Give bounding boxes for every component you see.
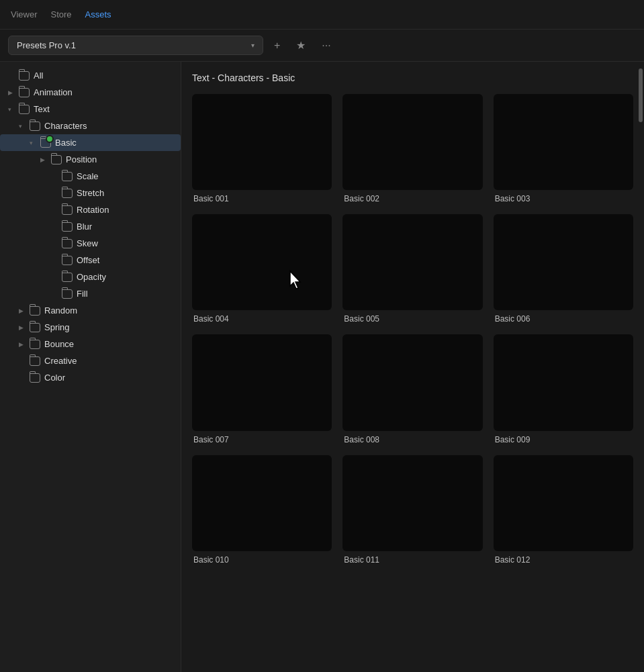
grid-item-basic-004[interactable]: Basic 004 bbox=[192, 214, 332, 324]
sidebar-item-characters[interactable]: ▾ Characters bbox=[0, 117, 181, 134]
folder-icon-offset bbox=[62, 256, 73, 265]
grid-item-label: Basic 008 bbox=[342, 435, 482, 444]
sidebar-label-fill: Fill bbox=[77, 289, 88, 299]
tab-assets[interactable]: Assets bbox=[85, 7, 111, 22]
sidebar-item-all[interactable]: All bbox=[0, 67, 181, 84]
sidebar-label-random: Random bbox=[44, 305, 77, 316]
grid-item-basic-011[interactable]: Basic 011 bbox=[342, 455, 482, 565]
sidebar-item-fill[interactable]: Fill bbox=[0, 285, 181, 302]
grid: Basic 001Basic 002Basic 003Basic 004Basi… bbox=[192, 94, 633, 565]
grid-thumbnail bbox=[342, 334, 482, 430]
sidebar-label-rotation: Rotation bbox=[77, 205, 109, 215]
expand-arrow-text: ▾ bbox=[8, 106, 15, 113]
sidebar-item-blur[interactable]: Blur bbox=[0, 218, 181, 235]
folder-icon-rotation bbox=[62, 205, 73, 215]
sidebar-item-position[interactable]: ▶ Position bbox=[0, 151, 181, 168]
toolbar: Presets Pro v.1 ▾ + ★ ··· bbox=[0, 30, 644, 62]
sidebar-label-all: All bbox=[34, 70, 43, 81]
tab-viewer[interactable]: Viewer bbox=[11, 7, 38, 22]
grid-item-label: Basic 012 bbox=[494, 555, 633, 565]
expand-arrow-bounce: ▶ bbox=[19, 341, 26, 348]
grid-item-basic-012[interactable]: Basic 012 bbox=[494, 455, 633, 565]
expand-arrow-characters: ▾ bbox=[19, 123, 26, 130]
grid-item-label: Basic 007 bbox=[192, 435, 332, 444]
grid-thumbnail bbox=[192, 214, 332, 310]
chevron-down-icon: ▾ bbox=[251, 42, 255, 49]
grid-item-basic-010[interactable]: Basic 010 bbox=[192, 455, 332, 565]
grid-thumbnail bbox=[192, 455, 332, 551]
sidebar-label-offset: Offset bbox=[77, 255, 99, 265]
sidebar-label-position: Position bbox=[66, 154, 97, 164]
top-navigation: Viewer Store Assets bbox=[0, 0, 644, 30]
sidebar-item-creative[interactable]: Creative bbox=[0, 352, 181, 369]
expand-arrow-position: ▶ bbox=[40, 156, 47, 163]
grid-item-basic-005[interactable]: Basic 005 bbox=[342, 214, 482, 324]
folder-icon-blur bbox=[62, 222, 73, 232]
sidebar-label-animation: Animation bbox=[34, 87, 73, 97]
grid-item-basic-007[interactable]: Basic 007 bbox=[192, 334, 332, 444]
preset-dropdown-label: Presets Pro v.1 bbox=[17, 40, 76, 50]
sidebar-label-creative: Creative bbox=[44, 356, 77, 366]
grid-thumbnail bbox=[342, 94, 482, 190]
folder-icon-spring bbox=[30, 323, 40, 332]
sidebar-label-text: Text bbox=[34, 104, 50, 114]
sidebar-label-spring: Spring bbox=[44, 322, 70, 332]
grid-thumbnail bbox=[494, 214, 633, 310]
grid-item-basic-008[interactable]: Basic 008 bbox=[342, 334, 482, 444]
sidebar-item-animation[interactable]: ▶ Animation bbox=[0, 84, 181, 101]
folder-icon-animation bbox=[19, 88, 30, 97]
grid-item-label: Basic 011 bbox=[342, 555, 482, 565]
folder-icon-stretch bbox=[62, 189, 73, 198]
star-button[interactable]: ★ bbox=[291, 35, 311, 56]
grid-item-label: Basic 002 bbox=[342, 194, 482, 203]
sidebar-item-stretch[interactable]: Stretch bbox=[0, 185, 181, 201]
grid-item-label: Basic 009 bbox=[494, 435, 633, 444]
sidebar-item-random[interactable]: ▶ Random bbox=[0, 302, 181, 319]
sidebar-item-bounce[interactable]: ▶ Bounce bbox=[0, 336, 181, 352]
sidebar-label-bounce: Bounce bbox=[44, 339, 74, 349]
tab-store[interactable]: Store bbox=[51, 7, 72, 22]
sidebar-item-skew[interactable]: Skew bbox=[0, 235, 181, 252]
folder-icon-text bbox=[19, 105, 30, 114]
folder-icon-fill bbox=[62, 289, 73, 299]
scroll-thumb[interactable] bbox=[639, 68, 643, 122]
sidebar-label-color: Color bbox=[44, 373, 65, 383]
sidebar-label-stretch: Stretch bbox=[77, 188, 104, 198]
sidebar: All ▶ Animation ▾ Text ▾ Characters ▾ Ba… bbox=[0, 62, 181, 672]
sidebar-label-basic: Basic bbox=[55, 138, 77, 148]
preset-dropdown[interactable]: Presets Pro v.1 ▾ bbox=[8, 36, 263, 55]
breadcrumb: Text - Characters - Basic bbox=[192, 73, 633, 83]
grid-item-basic-006[interactable]: Basic 006 bbox=[494, 214, 633, 324]
sidebar-item-spring[interactable]: ▶ Spring bbox=[0, 319, 181, 336]
expand-arrow-animation: ▶ bbox=[8, 89, 15, 96]
grid-item-basic-001[interactable]: Basic 001 bbox=[192, 94, 332, 203]
sidebar-item-basic[interactable]: ▾ Basic bbox=[0, 134, 181, 151]
sidebar-item-offset[interactable]: Offset bbox=[0, 252, 181, 269]
grid-item-basic-002[interactable]: Basic 002 bbox=[342, 94, 482, 203]
folder-icon bbox=[19, 71, 30, 81]
grid-thumbnail bbox=[494, 94, 633, 190]
sidebar-item-color[interactable]: Color bbox=[0, 369, 181, 386]
sidebar-item-scale[interactable]: Scale bbox=[0, 168, 181, 185]
folder-icon-characters bbox=[30, 122, 40, 131]
add-button[interactable]: + bbox=[269, 36, 285, 56]
folder-icon-position bbox=[51, 155, 62, 164]
sidebar-item-opacity[interactable]: Opacity bbox=[0, 269, 181, 285]
grid-item-label: Basic 001 bbox=[192, 194, 332, 203]
sidebar-item-rotation[interactable]: Rotation bbox=[0, 201, 181, 218]
expand-arrow-basic: ▾ bbox=[30, 140, 36, 146]
grid-item-label: Basic 005 bbox=[342, 314, 482, 324]
main-layout: All ▶ Animation ▾ Text ▾ Characters ▾ Ba… bbox=[0, 62, 644, 672]
grid-thumbnail bbox=[494, 455, 633, 551]
folder-icon-scale bbox=[62, 172, 73, 181]
more-button[interactable]: ··· bbox=[316, 36, 336, 56]
grid-item-basic-009[interactable]: Basic 009 bbox=[494, 334, 633, 444]
folder-icon-bounce bbox=[30, 340, 40, 349]
grid-thumbnail bbox=[192, 94, 332, 190]
grid-thumbnail bbox=[192, 334, 332, 430]
grid-item-label: Basic 004 bbox=[192, 314, 332, 324]
sidebar-item-text[interactable]: ▾ Text bbox=[0, 101, 181, 117]
grid-item-basic-003[interactable]: Basic 003 bbox=[494, 94, 633, 203]
sidebar-label-opacity: Opacity bbox=[77, 272, 106, 282]
grid-item-label: Basic 003 bbox=[494, 194, 633, 203]
